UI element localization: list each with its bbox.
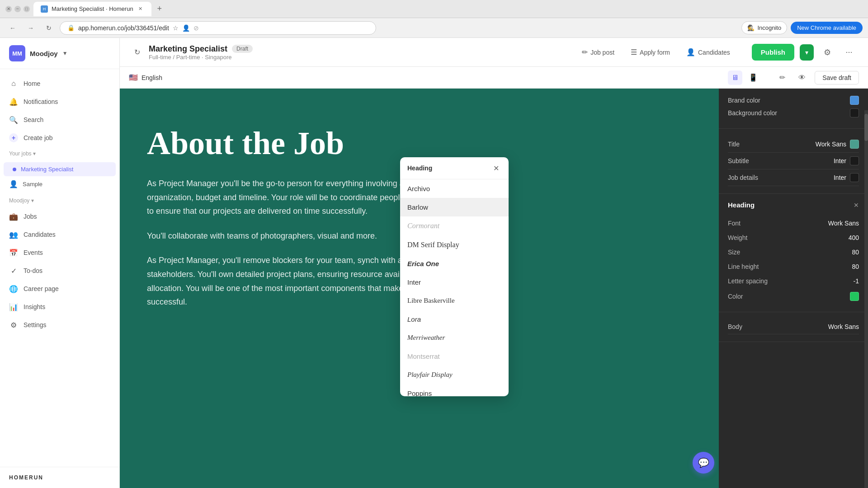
settings-button[interactable]: ⚙ — [819, 44, 835, 61]
sidebar-item-jobs[interactable]: 💼 Jobs — [0, 207, 119, 225]
desktop-view-button[interactable]: 🖥 — [728, 70, 742, 85]
tab-candidates[interactable]: 👤 Candidates — [679, 44, 737, 60]
tab-job-post[interactable]: ✏ Job post — [575, 44, 622, 60]
forward-button[interactable]: → — [24, 21, 38, 35]
font-item-erica-one[interactable]: Erica One — [400, 254, 509, 273]
font-item-playfair[interactable]: Playfair Display — [400, 366, 509, 384]
apply-form-icon: ☰ — [631, 48, 637, 56]
jobs-item-sample[interactable]: 👤 Sample — [0, 176, 119, 192]
title-color-swatch[interactable] — [850, 140, 859, 149]
panel-scrollbar[interactable] — [864, 110, 868, 488]
job-details-style-value: Inter — [834, 173, 859, 182]
subtitle-color-swatch[interactable] — [850, 156, 859, 165]
new-chrome-button[interactable]: New Chrome available — [791, 22, 863, 34]
reload-button[interactable]: ↻ — [42, 21, 56, 35]
language-selector[interactable]: 🇺🇸 English — [129, 73, 162, 82]
sidebar-item-home[interactable]: ⌂ Home — [0, 75, 119, 93]
letter-spacing-prop-label: Letter spacing — [728, 277, 768, 285]
line-height-prop-value[interactable]: 80 — [852, 263, 859, 270]
address-bar-icons: ☆ 👤 ⊘ — [173, 24, 199, 32]
topbar-right: Publish ▾ ⚙ ··· — [752, 44, 857, 61]
canvas-toolbar-right: ✏ 👁 Save draft — [775, 70, 859, 85]
sidebar-item-notifications[interactable]: 🔔 Notifications — [0, 93, 119, 111]
window-close[interactable]: ✕ — [5, 6, 12, 12]
brand-color-label: Brand color — [728, 97, 760, 104]
font-item-poppins[interactable]: Poppins — [400, 384, 509, 396]
title-style-label: Title — [728, 141, 740, 148]
brand-color-section: Brand color Background color — [719, 89, 868, 129]
heading-close-button[interactable]: ✕ — [854, 202, 859, 209]
body-style-label: Body — [728, 323, 742, 330]
tab-apply-form[interactable]: ☰ Apply form — [623, 44, 677, 60]
sidebar-item-create-job[interactable]: + Create job — [0, 129, 119, 147]
bookmark-icon[interactable]: ☆ — [173, 24, 179, 32]
refresh-button[interactable]: ↻ — [131, 46, 143, 59]
create-job-icon: + — [9, 133, 18, 142]
window-minimize[interactable]: − — [14, 6, 21, 12]
font-item-barlow[interactable]: Barlow — [400, 198, 509, 216]
heading-properties-section: Heading ✕ Font Work Sans Weight 400 Size… — [719, 194, 868, 312]
sidebar-item-to-dos[interactable]: ✓ To-dos — [0, 262, 119, 280]
title-style-row: Title Work Sans — [728, 136, 859, 153]
incognito-button[interactable]: 🕵 Incognito — [741, 21, 787, 34]
font-item-merriweather[interactable]: Merriweather — [400, 328, 509, 347]
sidebar-item-candidates[interactable]: 👥 Candidates — [0, 225, 119, 244]
address-bar[interactable]: 🔒 app.homerun.co/job/336451/edit ☆ 👤 ⊘ — [60, 21, 376, 35]
font-item-dm-serif[interactable]: DM Serif Display — [400, 235, 509, 254]
active-tab[interactable]: H Marketing Specialist · Homerun ✕ — [33, 2, 151, 16]
extension-icon[interactable]: ⊘ — [193, 24, 199, 32]
edit-mode-button[interactable]: ✏ — [775, 70, 789, 85]
sidebar-item-search[interactable]: 🔍 Search — [0, 111, 119, 129]
font-item-archivo[interactable]: Archivo — [400, 179, 509, 198]
jobs-list: Marketing Specialist 👤 Sample — [0, 160, 119, 194]
editor-area: 🇺🇸 English 🖥 📱 ✏ 👁 Save draft About the … — [120, 67, 868, 488]
chat-button[interactable]: 💬 — [693, 452, 714, 474]
publish-dropdown-button[interactable]: ▾ — [800, 44, 814, 61]
back-button[interactable]: ← — [5, 21, 20, 35]
body-section: Body Work Sans — [719, 312, 868, 342]
background-color-swatch[interactable] — [850, 108, 859, 117]
font-prop-value[interactable]: Work Sans — [828, 220, 859, 227]
sidebar-header[interactable]: MM Moodjoy ▼ — [0, 38, 119, 69]
font-dropdown-close-button[interactable]: ✕ — [491, 163, 501, 174]
font-item-montserrat[interactable]: Montserrat — [400, 347, 509, 366]
preview-button[interactable]: 👁 — [795, 70, 809, 85]
mobile-view-button[interactable]: 📱 — [746, 70, 760, 85]
letter-spacing-prop-value[interactable]: -1 — [854, 277, 859, 285]
canvas-toolbar: 🇺🇸 English 🖥 📱 ✏ 👁 Save draft — [120, 67, 868, 89]
save-draft-button[interactable]: Save draft — [815, 71, 859, 84]
sidebar-item-career-page-label: Career page — [24, 285, 59, 292]
subtitle-style-value: Inter — [834, 156, 859, 165]
jobs-item-marketing-specialist[interactable]: Marketing Specialist — [4, 162, 116, 176]
sidebar-item-career-page[interactable]: 🌐 Career page — [0, 280, 119, 298]
new-tab-button[interactable]: + — [153, 3, 166, 15]
font-item-lora[interactable]: Lora — [400, 310, 509, 328]
jobs-item-label: Marketing Specialist — [21, 166, 73, 173]
font-item-inter[interactable]: Inter — [400, 273, 509, 291]
tab-close-button[interactable]: ✕ — [137, 5, 144, 13]
to-dos-icon: ✓ — [9, 266, 18, 275]
moodjoy-section[interactable]: Moodjoy ▾ — [0, 194, 119, 207]
profile-icon[interactable]: 👤 — [182, 24, 190, 32]
more-options-button[interactable]: ··· — [841, 44, 857, 61]
publish-button[interactable]: Publish — [752, 44, 794, 61]
sidebar-item-insights[interactable]: 📊 Insights — [0, 298, 119, 316]
app-layout: MM Moodjoy ▼ ⌂ Home 🔔 Notifications 🔍 Se… — [0, 38, 868, 488]
weight-prop-value[interactable]: 400 — [849, 234, 859, 241]
size-prop-value[interactable]: 80 — [852, 249, 859, 256]
background-color-row: Background color — [728, 108, 859, 117]
sidebar-item-insights-label: Insights — [24, 303, 45, 310]
heading-color-swatch[interactable] — [850, 292, 859, 301]
weight-prop-row: Weight 400 — [728, 230, 859, 245]
window-maximize[interactable]: □ — [24, 6, 30, 12]
avatar: MM — [9, 45, 25, 61]
font-item-cormorant[interactable]: Cormorant — [400, 216, 509, 235]
job-details-color-swatch[interactable] — [850, 173, 859, 182]
sidebar-item-settings[interactable]: ⚙ Settings — [0, 316, 119, 334]
subtitle-style-row: Subtitle Inter — [728, 153, 859, 169]
font-item-libre-baskerville[interactable]: Libre Baskerville — [400, 291, 509, 310]
your-jobs-section[interactable]: Your jobs ▾ — [0, 147, 119, 160]
brand-color-row: Brand color — [728, 96, 859, 105]
brand-color-swatch[interactable] — [850, 96, 859, 105]
sidebar-item-events[interactable]: 📅 Events — [0, 244, 119, 262]
